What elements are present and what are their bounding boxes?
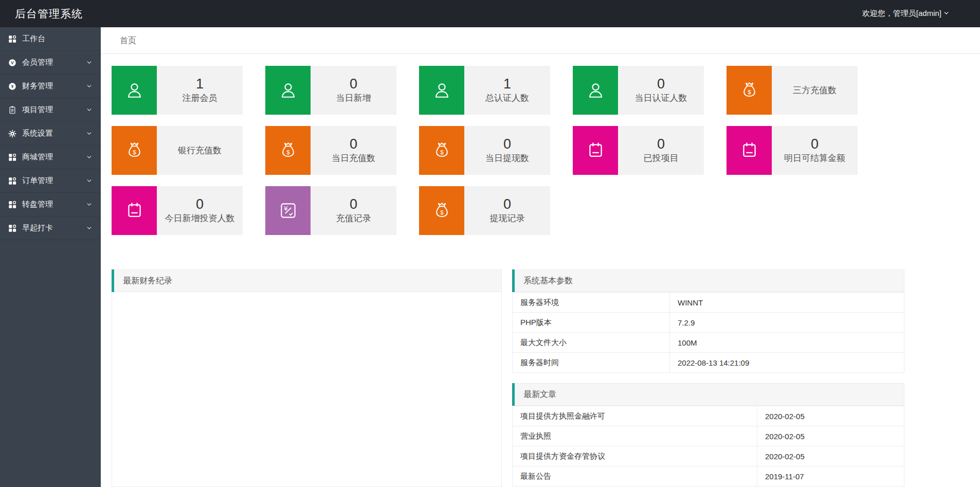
stat-card-invested-projects[interactable]: 0 已投项目 <box>573 126 704 175</box>
article-date: 2019-11-07 <box>757 466 904 486</box>
sidebar-item-label: 转盘管理 <box>22 200 53 209</box>
table-row: 最新公告 2019-11-07 <box>513 466 904 486</box>
panel-title: 最新财务纪录 <box>123 276 172 286</box>
sidebar-item-finance[interactable]: 财务管理 <box>0 75 101 98</box>
panel-finance-records: 最新财务纪录 <box>112 269 502 487</box>
article-title[interactable]: 项目提供方资金存管协议 <box>513 446 757 466</box>
system-params-table: 服务器环境 WINNT PHP版本 7.2.9 最大文件大小 100M 服务器时… <box>512 292 904 373</box>
exchange-icon <box>265 186 311 235</box>
chevron-down-icon <box>86 59 93 66</box>
stat-card-recharge-today[interactable]: 0 当日充值数 <box>265 126 396 175</box>
stat-label: 提现记录 <box>490 213 525 225</box>
user-icon <box>419 66 464 115</box>
param-value: 7.2.9 <box>670 313 904 333</box>
breadcrumb-home[interactable]: 首页 <box>120 36 136 45</box>
stat-card-registered-members[interactable]: 1 注册会员 <box>112 66 243 115</box>
stat-value: 0 <box>657 136 665 152</box>
stat-card-total-verified[interactable]: 1 总认证人数 <box>419 66 550 115</box>
calendar-icon <box>112 186 157 235</box>
chevron-down-icon <box>943 9 950 18</box>
sidebar-item-label: 财务管理 <box>22 81 53 91</box>
stat-label: 当日认证人数 <box>635 93 687 104</box>
chevron-down-icon <box>86 83 93 89</box>
calendar-icon <box>727 126 772 175</box>
grid-icon <box>8 200 17 209</box>
sidebar-item-label: 项目管理 <box>22 105 53 115</box>
stat-value: 1 <box>503 76 511 92</box>
main-content: 首页 1 注册会员 0 当日新增 1 总认证人数 0 当日认证人数 三方充值数 <box>101 27 980 487</box>
user-icon <box>265 66 311 115</box>
sidebar-item-label: 商城管理 <box>22 152 53 162</box>
stat-card-new-investors-today[interactable]: 0 今日新增投资人数 <box>112 186 243 235</box>
article-title[interactable]: 最新公告 <box>513 466 757 486</box>
panel-right-column: 系统基本参数 服务器环境 WINNT PHP版本 7.2.9 最大文件大小 10… <box>512 269 904 486</box>
stat-label: 总认证人数 <box>485 93 529 104</box>
sidebar-item-checkin[interactable]: 早起打卡 <box>0 217 101 240</box>
table-row: 服务器时间 2022-08-13 14:21:09 <box>513 353 904 373</box>
sidebar-item-wheel[interactable]: 转盘管理 <box>0 193 101 217</box>
chevron-down-icon <box>86 130 93 137</box>
sidebar-item-orders[interactable]: 订单管理 <box>0 169 101 193</box>
stat-value: 0 <box>811 136 819 152</box>
sidebar-item-mall[interactable]: 商城管理 <box>0 146 101 169</box>
chevron-down-icon <box>86 154 93 160</box>
param-value: 100M <box>670 333 904 353</box>
stat-value: 0 <box>503 196 511 212</box>
stat-card-new-today[interactable]: 0 当日新增 <box>265 66 396 115</box>
money-bag-icon <box>265 126 311 175</box>
article-title[interactable]: 营业执照 <box>513 426 757 446</box>
param-value: 2022-08-13 14:21:09 <box>670 353 904 373</box>
stat-label: 明日可结算金额 <box>784 153 845 165</box>
param-label: 服务器环境 <box>513 293 670 313</box>
sidebar-item-workbench[interactable]: 工作台 <box>0 27 101 51</box>
chevron-down-icon <box>86 106 93 113</box>
stat-value: 0 <box>350 196 357 212</box>
article-title[interactable]: 项目提供方执照金融许可 <box>513 406 757 426</box>
param-label: 服务器时间 <box>513 353 670 373</box>
grid-icon <box>8 176 17 186</box>
grid-icon <box>8 153 17 162</box>
sidebar-item-label: 系统设置 <box>22 129 53 138</box>
stat-card-recharge-records[interactable]: 0 充值记录 <box>265 186 396 235</box>
panel-system-params: 系统基本参数 服务器环境 WINNT PHP版本 7.2.9 最大文件大小 10… <box>512 269 904 373</box>
param-label: 最大文件大小 <box>513 333 670 353</box>
money-bag-icon <box>419 126 464 175</box>
stat-card-bank-recharge[interactable]: 银行充值数 <box>112 126 243 175</box>
user-menu[interactable]: 欢迎您，管理员[admin] <box>862 0 950 27</box>
stat-card-settleable-tomorrow[interactable]: 0 明日可结算金额 <box>727 126 858 175</box>
chevron-down-icon <box>86 177 93 184</box>
stat-card-thirdparty-recharge[interactable]: 三方充值数 <box>727 66 858 115</box>
sidebar-item-settings[interactable]: 系统设置 <box>0 122 101 146</box>
table-row: PHP版本 7.2.9 <box>513 313 904 333</box>
stat-value: 1 <box>196 76 204 92</box>
top-header-bar: 后台管理系统 欢迎您，管理员[admin] <box>0 0 980 27</box>
stat-value: 0 <box>503 136 511 152</box>
stat-label: 当日提现数 <box>485 153 529 165</box>
latest-articles-table: 项目提供方执照金融许可 2020-02-05 营业执照 2020-02-05 项… <box>512 406 904 486</box>
sidebar-item-label: 早起打卡 <box>22 223 53 233</box>
sidebar-item-label: 订单管理 <box>22 176 53 186</box>
stat-label: 当日新增 <box>336 93 371 104</box>
sidebar-item-members[interactable]: 会员管理 <box>0 51 101 75</box>
grid-icon <box>8 224 17 233</box>
stat-card-withdraw-today[interactable]: 0 当日提现数 <box>419 126 550 175</box>
user-icon <box>573 66 618 115</box>
stat-value: 0 <box>350 136 357 152</box>
stat-label: 注册会员 <box>183 93 217 104</box>
stat-label: 充值记录 <box>336 213 371 225</box>
panel-finance-records-header: 最新财务纪录 <box>112 269 502 292</box>
sidebar-item-label: 会员管理 <box>22 58 53 67</box>
stat-card-verified-today[interactable]: 0 当日认证人数 <box>573 66 704 115</box>
calendar-icon <box>573 126 618 175</box>
clipboard-icon <box>8 105 17 115</box>
panel-finance-records-body <box>112 292 502 487</box>
money-bag-icon <box>112 126 157 175</box>
chevron-down-icon <box>86 225 93 231</box>
article-date: 2020-02-05 <box>757 426 904 446</box>
table-row: 项目提供方资金存管协议 2020-02-05 <box>513 446 904 466</box>
money-bag-icon <box>727 66 772 115</box>
sidebar-item-projects[interactable]: 项目管理 <box>0 98 101 122</box>
stat-card-withdraw-records[interactable]: 0 提现记录 <box>419 186 550 235</box>
table-row: 服务器环境 WINNT <box>513 293 904 313</box>
money-bag-icon <box>419 186 464 235</box>
